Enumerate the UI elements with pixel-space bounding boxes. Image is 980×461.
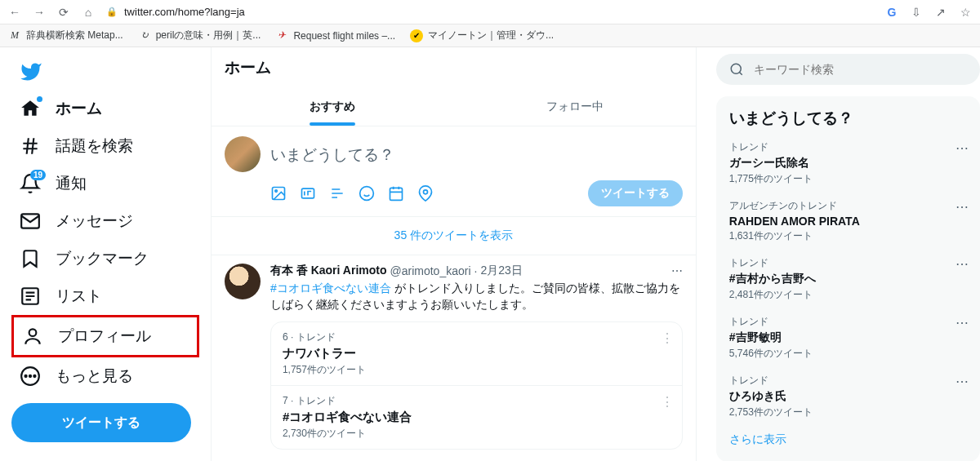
bookmarks-bar: M辞典横断検索 Metap... ↻perilの意味・用例｜英... ✈Requ… <box>0 24 980 47</box>
trend-item[interactable]: トレンド#吉野敏明5,746件のツイート⋯ <box>716 308 980 367</box>
tweet-more-icon[interactable]: ⋯ <box>671 264 683 277</box>
list-icon <box>20 286 41 307</box>
tweet-date[interactable]: 2月23日 <box>480 264 522 278</box>
show-more-link[interactable]: さらに表示 <box>716 426 980 454</box>
tweet-author-name[interactable]: 有本 香 Kaori Arimoto <box>270 264 387 278</box>
svg-point-4 <box>25 375 27 377</box>
reload-icon[interactable]: ⟳ <box>57 6 70 19</box>
bookmark-item[interactable]: M辞典横断検索 Metap... <box>8 29 123 42</box>
nav-more[interactable]: もっと見る <box>11 357 141 395</box>
svg-point-10 <box>360 187 374 201</box>
trend-count: 5,746件のツイート <box>729 347 967 361</box>
trend-count: 1,631件のツイート <box>729 229 967 243</box>
search-input[interactable] <box>754 63 967 76</box>
trend-more-icon[interactable]: ⋯ <box>956 374 969 389</box>
trend-more-icon[interactable]: ⋮ <box>661 394 674 410</box>
trend-count: 2,730件のツイート <box>283 427 670 441</box>
share-icon[interactable]: ↗ <box>934 6 947 19</box>
nav-lists[interactable]: リスト <box>11 277 110 315</box>
tweet-hashtag[interactable]: #コオロギ食べない連合 <box>270 281 391 295</box>
trend-name: RAHDEN AMOR PIRATA <box>729 215 967 228</box>
compose-tweet-button[interactable]: ツイートする <box>588 180 683 206</box>
more-icon <box>20 366 41 387</box>
nav-label: プロフィール <box>58 326 151 347</box>
timeline-tabs: おすすめ フォロー中 <box>212 88 696 126</box>
tweet-author-avatar[interactable] <box>225 264 261 299</box>
sidebar-tweet-button[interactable]: ツイートする <box>11 403 191 442</box>
trend-more-icon[interactable]: ⋯ <box>956 315 969 330</box>
twitter-logo[interactable] <box>11 54 211 90</box>
back-icon[interactable]: ← <box>8 6 21 19</box>
trend-item[interactable]: トレンド#吉村から吉野へ2,481件のツイート⋯ <box>716 250 980 308</box>
trend-name: ナワバトラー <box>283 346 670 361</box>
tweet-author-handle[interactable]: @arimoto_kaori <box>390 264 471 277</box>
nav-label: 通知 <box>56 173 87 194</box>
nav-profile[interactable]: プロフィール <box>14 317 159 355</box>
nav-home[interactable]: ホーム <box>11 90 110 127</box>
star-icon[interactable]: ☆ <box>959 6 972 19</box>
nav-bookmarks[interactable]: ブックマーク <box>11 240 157 277</box>
nav-explore[interactable]: 話題を検索 <box>11 127 141 165</box>
image-icon[interactable] <box>270 185 287 202</box>
bookmark-item[interactable]: ✈Request flight miles –... <box>275 29 395 42</box>
mail-icon <box>20 211 41 232</box>
nav-label: メッセージ <box>56 211 133 232</box>
tab-following[interactable]: フォロー中 <box>453 88 695 126</box>
bookmark-label: 辞典横断検索 Metap... <box>26 29 123 42</box>
tweet[interactable]: 有本 香 Kaori Arimoto @arimoto_kaori · 2月23… <box>212 255 696 458</box>
tweet-text: #コオロギ食べない連合 がトレンド入りしました。ご賛同の皆様、拡散ご協力をしばら… <box>270 280 683 313</box>
trend-more-icon[interactable]: ⋯ <box>956 140 969 156</box>
embedded-trend-card: 6 · トレンド ナワバトラー 1,757件のツイート ⋮ 7 · トレンド #… <box>270 321 683 450</box>
trend-name: #吉野敏明 <box>729 330 967 345</box>
emoji-icon[interactable] <box>359 185 375 202</box>
trend-meta: トレンド <box>729 374 967 388</box>
gif-icon[interactable] <box>300 185 316 202</box>
location-icon[interactable] <box>417 185 434 202</box>
nav-messages[interactable]: メッセージ <box>11 202 141 240</box>
trend-item[interactable]: アルゼンチンのトレンドRAHDEN AMOR PIRATA1,631件のツイート… <box>716 193 980 250</box>
trend-more-icon[interactable]: ⋯ <box>956 256 969 272</box>
page-title: ホーム <box>212 47 696 88</box>
bookmark-item[interactable]: ↻perilの意味・用例｜英... <box>138 29 261 42</box>
trend-name: ひろゆき氏 <box>729 389 967 404</box>
tweet-header: 有本 香 Kaori Arimoto @arimoto_kaori · 2月23… <box>270 264 683 278</box>
poll-icon[interactable] <box>329 185 345 202</box>
person-icon <box>22 326 43 347</box>
hash-icon <box>20 135 41 157</box>
embedded-trend-item[interactable]: 7 · トレンド #コオロギ食べない連合 2,730件のツイート ⋮ <box>271 386 682 449</box>
notification-dot <box>37 96 42 102</box>
schedule-icon[interactable] <box>388 185 404 202</box>
trend-count: 1,757件のツイート <box>283 363 670 377</box>
trend-item[interactable]: トレンドガーシー氏除名1,775件のツイート⋯ <box>716 134 980 193</box>
nav-label: ブックマーク <box>56 248 149 269</box>
user-avatar[interactable] <box>225 136 261 172</box>
forward-icon[interactable]: → <box>33 6 46 19</box>
trend-name: #コオロギ食べない連合 <box>283 410 670 425</box>
svg-point-13 <box>731 64 741 73</box>
tab-for-you[interactable]: おすすめ <box>212 88 453 126</box>
embedded-trend-item[interactable]: 6 · トレンド ナワバトラー 1,757件のツイート ⋮ <box>271 322 682 386</box>
trend-more-icon[interactable]: ⋯ <box>956 199 969 215</box>
compose-input[interactable]: いまどうしてる？ <box>270 136 683 174</box>
browser-toolbar: ← → ⟳ ⌂ 🔒 twitter.com/home?lang=ja G ⇩ ↗… <box>0 0 980 24</box>
svg-point-12 <box>423 190 427 194</box>
home-nav-icon[interactable]: ⌂ <box>82 6 95 19</box>
trend-count: 2,753件のツイート <box>729 406 967 419</box>
trend-item[interactable]: トレンドひろゆき氏2,753件のツイート⋯ <box>716 367 980 426</box>
svg-point-8 <box>275 190 278 193</box>
trend-count: 2,481件のツイート <box>729 288 967 302</box>
compose-row: いまどうしてる？ <box>212 126 696 177</box>
show-new-tweets[interactable]: 35 件のツイートを表示 <box>212 217 696 255</box>
trend-rank: 7 · トレンド <box>283 394 670 408</box>
svg-point-5 <box>29 375 31 377</box>
nav-notifications[interactable]: 19 通知 <box>11 165 95 202</box>
trend-more-icon[interactable]: ⋮ <box>661 330 674 346</box>
search-box[interactable] <box>716 54 980 85</box>
address-bar[interactable]: 🔒 twitter.com/home?lang=ja <box>106 6 874 18</box>
favicon: ✈ <box>275 29 288 42</box>
bell-icon: 19 <box>20 173 41 194</box>
extension-icon[interactable]: ⇩ <box>910 6 923 19</box>
bookmark-item[interactable]: ✔マイノートン｜管理・ダウ... <box>410 29 554 42</box>
trends-widget: いまどうしてる？ トレンドガーシー氏除名1,775件のツイート⋯ アルゼンチンの… <box>716 96 980 461</box>
google-icon[interactable]: G <box>885 6 898 19</box>
